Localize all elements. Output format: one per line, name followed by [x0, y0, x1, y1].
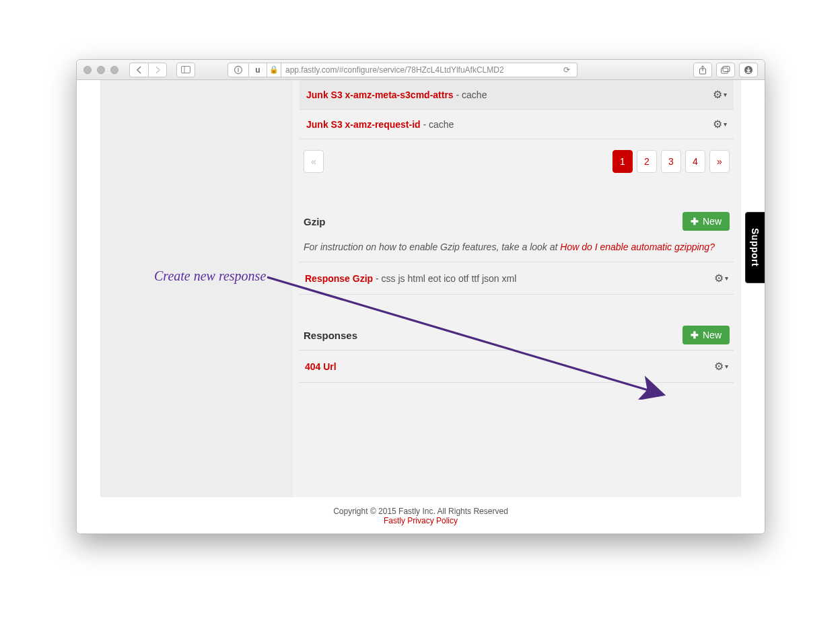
new-button-label: New	[703, 330, 722, 340]
share-button[interactable]	[693, 63, 712, 77]
gzip-instruction-prefix: For instruction on how to enable Gzip fe…	[304, 242, 560, 252]
nav-back-forward-group	[129, 63, 167, 77]
header-suffix: - cache	[454, 89, 487, 100]
back-button[interactable]	[129, 63, 148, 77]
support-tab[interactable]: Support	[745, 212, 765, 283]
site-security-lock-icon[interactable]: 🔒	[267, 63, 281, 77]
gzip-new-button[interactable]: ✚ New	[682, 212, 730, 231]
pagination-page[interactable]: 1	[612, 150, 633, 173]
gzip-item-row[interactable]: Response Gzip - css js html eot ico otf …	[300, 262, 734, 295]
chevron-down-icon: ▾	[724, 120, 727, 128]
header-row[interactable]: Junk S3 x-amz-request-id - cache ⚙▾	[300, 110, 734, 139]
svg-rect-0	[182, 67, 190, 73]
reader-expand-button[interactable]	[228, 63, 249, 77]
reload-icon[interactable]: ⟳	[561, 65, 573, 75]
header-row-label: Junk S3 x-amz-meta-s3cmd-attrs - cache	[306, 89, 487, 100]
gzip-instruction: For instruction on how to enable Gzip fe…	[300, 236, 734, 262]
pagination-page[interactable]: 3	[661, 150, 681, 173]
downloads-button[interactable]	[739, 63, 758, 77]
browser-right-tools	[693, 63, 758, 77]
gear-icon: ⚙	[714, 360, 724, 373]
annotation-label: Create new response	[154, 268, 266, 284]
window-traffic-lights	[83, 66, 118, 74]
address-bar-url: app.fastly.com/#configure/service/78HZcL…	[285, 65, 504, 75]
page-footer: Copyright © 2015 Fastly Inc. All Rights …	[77, 507, 765, 525]
svg-rect-5	[722, 68, 728, 73]
lock-icon: 🔒	[269, 65, 279, 74]
plus-icon: ✚	[691, 330, 699, 340]
footer-copyright: Copyright © 2015 Fastly Inc. All Rights …	[77, 507, 765, 516]
header-suffix: - cache	[421, 119, 454, 130]
new-button-label: New	[703, 216, 722, 227]
main-panel: Junk S3 x-amz-meta-s3cmd-attrs - cache ⚙…	[293, 80, 740, 497]
close-window-button[interactable]	[83, 66, 92, 74]
gzip-item-name: Response Gzip	[305, 273, 373, 284]
chevron-down-icon: ▾	[724, 91, 727, 98]
gzip-section-header: Gzip ✚ New	[300, 193, 734, 236]
address-bar[interactable]: app.fastly.com/#configure/service/78HZcL…	[281, 63, 578, 77]
gear-menu[interactable]: ⚙▾	[713, 118, 727, 131]
header-name: Junk S3 x-amz-meta-s3cmd-attrs	[306, 89, 454, 100]
gear-icon: ⚙	[713, 118, 722, 131]
gzip-item-label: Response Gzip - css js html eot ico otf …	[305, 273, 516, 284]
pagination-page[interactable]: 4	[685, 150, 705, 173]
gear-menu[interactable]: ⚙▾	[714, 272, 728, 285]
pagination: « 1 2 3 4 »	[300, 139, 734, 193]
responses-section-title: Responses	[304, 330, 357, 341]
pagination-page[interactable]: 2	[637, 150, 657, 173]
gear-icon: ⚙	[714, 272, 724, 285]
tabs-button[interactable]	[716, 63, 735, 77]
gzip-item-suffix: - css js html eot ico otf ttf json xml	[373, 273, 516, 284]
header-row[interactable]: Junk S3 x-amz-meta-s3cmd-attrs - cache ⚙…	[300, 80, 734, 110]
config-sidebar	[101, 80, 293, 497]
header-name: Junk S3 x-amz-request-id	[306, 119, 421, 130]
forward-button[interactable]	[148, 63, 167, 77]
address-bar-group: u 🔒 app.fastly.com/#configure/service/78…	[228, 63, 578, 77]
pagination-next[interactable]: »	[709, 150, 730, 173]
header-row-label: Junk S3 x-amz-request-id - cache	[306, 119, 454, 130]
responses-new-button[interactable]: ✚ New	[682, 326, 730, 344]
extension-button[interactable]: u	[249, 63, 267, 77]
gear-icon: ⚙	[713, 88, 722, 101]
sidebar-toggle-button[interactable]	[176, 63, 195, 77]
plus-icon: ✚	[691, 216, 699, 227]
page-content: Junk S3 x-amz-meta-s3cmd-attrs - cache ⚙…	[77, 80, 765, 533]
response-item-row[interactable]: 404 Url ⚙▾	[300, 350, 734, 383]
footer-privacy-policy-link[interactable]: Fastly Privacy Policy	[384, 516, 458, 525]
responses-section-header: Responses ✚ New	[300, 295, 734, 350]
minimize-window-button[interactable]	[97, 66, 105, 74]
gear-menu[interactable]: ⚙▾	[714, 360, 728, 373]
chevron-down-icon: ▾	[725, 274, 728, 282]
pagination-prev[interactable]: «	[304, 150, 324, 173]
response-item-name: 404 Url	[305, 361, 337, 372]
zoom-window-button[interactable]	[110, 66, 118, 74]
gear-menu[interactable]: ⚙▾	[713, 88, 727, 101]
content-wrap: Junk S3 x-amz-meta-s3cmd-attrs - cache ⚙…	[100, 80, 741, 497]
gzip-section-title: Gzip	[304, 216, 326, 227]
browser-toolbar: u 🔒 app.fastly.com/#configure/service/78…	[77, 60, 765, 80]
response-item-label: 404 Url	[305, 361, 337, 372]
svg-rect-6	[723, 66, 730, 71]
chevron-down-icon: ▾	[725, 363, 728, 370]
browser-window: u 🔒 app.fastly.com/#configure/service/78…	[76, 59, 765, 534]
gzip-instruction-link[interactable]: How do I enable automatic gzipping?	[560, 242, 715, 252]
